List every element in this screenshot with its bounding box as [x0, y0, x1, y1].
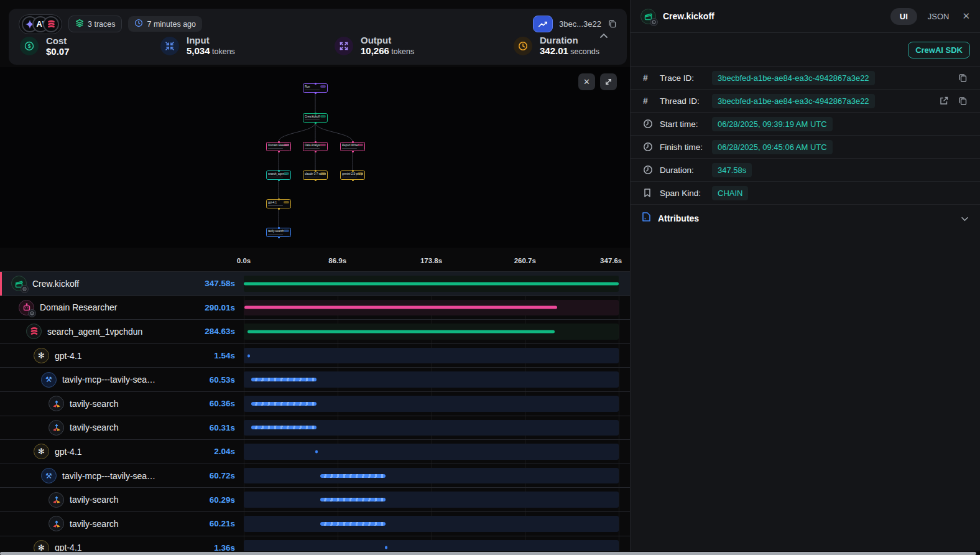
duration-bar [320, 498, 386, 501]
clock-icon [518, 41, 528, 51]
horizontal-scrollbar[interactable] [0, 551, 980, 555]
crew-icon [640, 9, 656, 24]
close-panel-button[interactable]: ✕ [962, 11, 970, 22]
graph-node[interactable]: Data Analyst [303, 142, 328, 151]
row-label: tavily-search [70, 495, 204, 505]
layers-icon [75, 19, 84, 29]
stat-label: Input [187, 35, 235, 45]
provider-logos: A\ [19, 14, 62, 34]
copy-trace-id-button[interactable] [608, 19, 617, 30]
row-label: Domain Researcher [40, 302, 199, 312]
tab-json[interactable]: JSON [928, 12, 950, 21]
row-duration: 60.31s [210, 423, 235, 432]
arrows-in-icon [165, 41, 175, 51]
tab-ui[interactable]: UI [890, 8, 917, 25]
field-value: 06/28/2025, 09:45:06 AM UTC [712, 140, 833, 154]
field-label: Start time: [660, 119, 712, 129]
summary-top-row: A\ 3 traces 7 minutes ago [9, 9, 627, 34]
row-duration: 60.72s [210, 471, 235, 480]
stat-input: Input5,034 tokens [160, 35, 335, 57]
external-icon [939, 96, 949, 106]
duration-bar [251, 426, 317, 429]
field-label: Finish time: [660, 142, 712, 152]
trace-row-search-agent-1vpchdun[interactable]: search_agent_1vpchdun284.63s [0, 319, 630, 343]
trace-viewer-app: A\ 3 traces 7 minutes ago [0, 0, 980, 555]
trace-row-gpt-4.1[interactable]: ✻gpt-4.11.54s [0, 343, 630, 368]
row-label: Crew.kickoff [32, 279, 199, 289]
attributes-label: Attributes [658, 213, 961, 223]
axis-tick-label: 0.0s [237, 257, 251, 264]
stat-output: Output10,266 tokens [335, 35, 514, 57]
graph-node[interactable]: Domain Research… [266, 142, 291, 151]
trace-row-gpt-4.1[interactable]: ✻gpt-4.12.04s [0, 439, 630, 464]
copy-icon [958, 96, 968, 106]
scala-icon [26, 324, 42, 339]
detail-fields: #Trace ID:3becbfed-a1be-ae84-ea3c-494286… [631, 66, 980, 204]
traces-count-badge[interactable]: 3 traces [68, 16, 122, 32]
graph-close-button[interactable]: ✕ [578, 73, 595, 90]
row-label: tavily-mcp---tavily-sea… [62, 471, 204, 481]
agent-icon [19, 300, 34, 315]
field-label: Thread ID: [660, 96, 712, 106]
attributes-section-toggle[interactable]: Attributes [631, 204, 980, 231]
row-duration: 284.63s [205, 327, 235, 336]
copy-button[interactable] [958, 96, 968, 106]
row-label: gpt-4.1 [55, 351, 208, 361]
graph-node[interactable]: gpt-4.1 [266, 199, 291, 208]
detail-header: Crew.kickoff UI JSON ✕ [631, 0, 980, 33]
trend-icon[interactable] [533, 16, 553, 32]
row-label: search_agent_1vpchdun [47, 327, 199, 337]
collapse-chevron-icon[interactable] [599, 30, 608, 41]
stat-value: 342.01 seconds [540, 45, 599, 57]
duration-bar [251, 402, 317, 406]
trace-age-label: 7 minutes ago [147, 20, 196, 29]
trace-row-domain-researcher[interactable]: Domain Researcher290.01s [0, 296, 630, 320]
row-duration: 290.01s [205, 303, 235, 312]
graph-node[interactable]: Crew.kickoff [303, 113, 328, 123]
duration-bar [247, 330, 555, 333]
trace-summary-card: A\ 3 traces 7 minutes ago [9, 9, 627, 65]
timeline-axis: 0.0s86.9s173.8s260.7s347.6s [0, 250, 630, 271]
external-button[interactable] [939, 96, 949, 106]
scrollbar-thumb[interactable] [0, 552, 976, 555]
clock-icon [134, 19, 143, 29]
row-duration: 60.29s [210, 495, 235, 505]
row-duration: 60.53s [210, 375, 235, 385]
scala-logo-icon [43, 16, 59, 32]
graph-node[interactable]: claude-3-7-sonnet… [303, 170, 328, 180]
copy-button[interactable] [958, 73, 968, 83]
trace-row-tavily-search[interactable]: tavily-search60.31s [0, 416, 630, 440]
row-label: tavily-search [70, 519, 204, 529]
copy-icon [608, 19, 617, 30]
graph-node[interactable]: Report Writer [340, 142, 365, 151]
trace-row-tavily-search[interactable]: tavily-search60.36s [0, 391, 630, 416]
trace-panel: A\ 3 traces 7 minutes ago [0, 0, 630, 555]
bar-track [244, 492, 619, 508]
bookmark-icon [643, 188, 652, 198]
graph-node[interactable]: Run [303, 83, 328, 93]
route-icon [49, 396, 64, 411]
graph-node[interactable]: gemini-2.5-pro-pr… [340, 170, 365, 180]
axis-tick-label: 173.8s [420, 257, 442, 264]
field-label: Duration: [660, 166, 712, 175]
trace-row-tavily-mcp-tavily-sea-[interactable]: ⚒tavily-mcp---tavily-sea…60.72s [0, 464, 630, 488]
graph-expand-button[interactable] [600, 73, 617, 90]
row-label: tavily-search [70, 399, 204, 409]
row-duration: 1.54s [214, 351, 235, 360]
graph-node[interactable]: tavily-search [266, 228, 291, 237]
trace-row-crew.kickoff[interactable]: Crew.kickoff347.58s [0, 271, 630, 296]
stat-label: Duration [540, 35, 599, 45]
chevron-down-icon [961, 213, 969, 224]
trace-row-tavily-mcp-tavily-sea-[interactable]: ⚒tavily-mcp---tavily-sea…60.53s [0, 367, 630, 391]
axis-tick-label: 347.6s [600, 257, 622, 264]
duration-bar [244, 306, 557, 309]
trace-row-tavily-search[interactable]: tavily-search60.29s [0, 487, 630, 511]
bar-track [244, 516, 619, 532]
trace-row-tavily-search[interactable]: tavily-search60.21s [0, 511, 630, 536]
dollar-icon: $ [24, 41, 34, 51]
field-label: Trace ID: [660, 73, 712, 83]
graph-node[interactable]: search_agen… [266, 170, 291, 180]
copy-icon [958, 73, 968, 83]
duration-bar [251, 378, 317, 381]
trace-graph[interactable]: RunCrew.kickoffDomain Research…Data Anal… [0, 67, 630, 248]
